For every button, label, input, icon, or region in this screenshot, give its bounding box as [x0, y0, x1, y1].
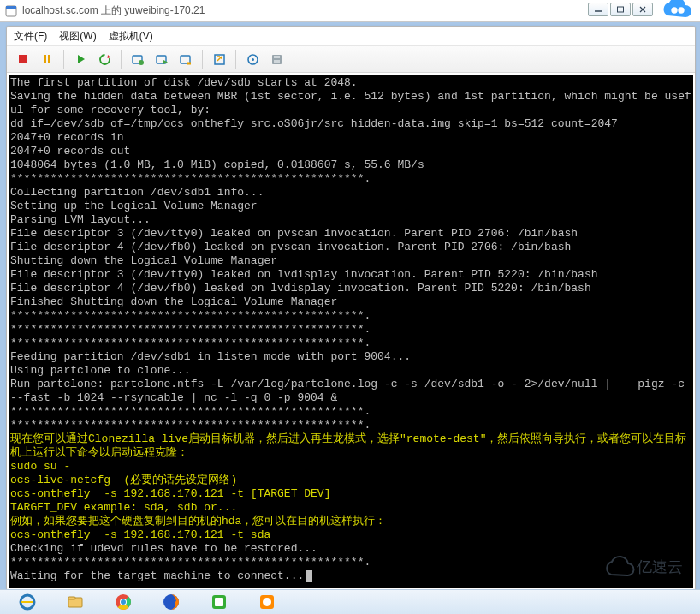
close-button[interactable]	[632, 3, 653, 16]
vm-window: 文件(F) 视图(W) 虚拟机(V) The first partition o…	[6, 26, 696, 591]
terminal-line: Using partclone to clone...	[10, 364, 691, 378]
svg-rect-10	[48, 55, 50, 63]
menubar: 文件(F) 视图(W) 虚拟机(V)	[7, 27, 695, 46]
svg-rect-9	[44, 55, 46, 63]
menu-view[interactable]: 视图(W)	[59, 29, 96, 44]
menu-file[interactable]: 文件(F)	[14, 29, 47, 44]
terminal-line: ****************************************…	[10, 323, 691, 337]
svg-rect-3	[618, 7, 624, 12]
terminal-line: 例如，如果您要把这个硬盘复制到目的机的hda，您可以在目的机这样执行：	[10, 515, 691, 528]
taskbar-app-icon[interactable]	[200, 592, 238, 612]
svg-marker-11	[78, 55, 85, 63]
svg-rect-8	[19, 55, 27, 63]
taskbar-firefox-icon[interactable]	[152, 592, 190, 612]
terminal-line: sudo su -	[10, 460, 691, 474]
terminal-line: dd if=/dev/sdb of=/tmp/ocs_onthefly_src.…	[10, 117, 691, 131]
toolbar-separator	[121, 50, 122, 69]
terminal-line: Saving the hidden data between MBR (1st …	[10, 90, 691, 117]
terminal-line: The first partition of disk /dev/sdb sta…	[10, 76, 691, 90]
terminal-line: Waiting for the target machine to connec…	[10, 569, 691, 583]
snapshot-manage-button[interactable]	[151, 48, 173, 70]
taskbar-explorer-icon[interactable]	[56, 592, 94, 612]
terminal-line: ****************************************…	[10, 556, 691, 569]
stop-button[interactable]	[12, 48, 34, 70]
taskbar-chrome-icon[interactable]	[104, 592, 142, 612]
svg-rect-26	[68, 597, 75, 599]
terminal-line: 2047+0 records in	[10, 131, 691, 145]
terminal-line: Collecting partition /dev/sdb1 info...	[10, 186, 691, 200]
svg-rect-23	[274, 60, 280, 63]
page-icon	[5, 5, 17, 17]
play-button[interactable]	[69, 48, 92, 70]
maximize-button[interactable]	[610, 3, 631, 16]
terminal-line: Parsing LVM layout...	[10, 213, 691, 227]
terminal-line: File descriptor 4 (/dev/fb0) leaked on p…	[10, 241, 691, 254]
terminal-line: ****************************************…	[10, 172, 691, 186]
terminal-line: ****************************************…	[10, 419, 691, 432]
svg-point-7	[678, 7, 684, 13]
refresh-button[interactable]	[93, 48, 116, 70]
svg-point-31	[121, 599, 126, 605]
terminal-line: Finished Shutting down the Logical Volum…	[10, 295, 691, 309]
terminal-line: 1048064 bytes (1.0 MB, 1.0 MiB) copied, …	[10, 158, 691, 172]
svg-marker-12	[107, 55, 110, 58]
terminal-line: Checking if udevd rules have to be resto…	[10, 542, 691, 556]
toolbar-separator	[202, 50, 203, 69]
terminal-line: File descriptor 3 (/dev/tty0) leaked on …	[10, 268, 691, 282]
terminal-line: Feeding partition /dev/sdb1 in listen mo…	[10, 350, 691, 364]
terminal-line: 现在您可以通过Clonezilla live启动目标机器，然后进入再生龙模式，选…	[10, 432, 691, 460]
page-title: localhost.sc.com 上的 yuweibing-170.21	[22, 3, 205, 18]
taskbar	[0, 589, 700, 614]
snapshot-revert-button[interactable]	[175, 48, 197, 70]
svg-point-14	[139, 60, 144, 65]
taskbar-app2-icon[interactable]	[248, 592, 286, 612]
svg-point-20	[252, 58, 254, 61]
terminal-line: ocs-onthefly -s 192.168.170.121 -t sda	[10, 528, 691, 542]
terminal-line: File descriptor 3 (/dev/tty0) leaked on …	[10, 227, 691, 241]
floppy-button[interactable]	[265, 48, 288, 70]
terminal-output[interactable]: The first partition of disk /dev/sdb sta…	[9, 75, 693, 588]
terminal-line: ocs-live-netcfg (必要的话先设定网络)	[10, 474, 691, 487]
terminal-line: ****************************************…	[10, 337, 691, 350]
svg-rect-34	[215, 598, 223, 606]
toolbar	[7, 46, 695, 73]
snapshot-button[interactable]	[127, 48, 149, 70]
cdrom-button[interactable]	[241, 48, 264, 70]
window-controls	[588, 3, 653, 16]
terminal-line: Run partclone: partclone.ntfs -L /var/lo…	[10, 378, 691, 405]
terminal-line: Shutting down the Logical Volume Manager	[10, 254, 691, 268]
terminal-line: ocs-onthefly -s 192.168.170.121 -t [TARG…	[10, 487, 691, 501]
svg-rect-22	[274, 56, 280, 58]
terminal-line: File descriptor 4 (/dev/fb0) leaked on l…	[10, 282, 691, 295]
fullscreen-button[interactable]	[208, 48, 230, 70]
terminal-line: Setting up the Logical Volume Manager	[10, 200, 691, 213]
terminal-line: TARGET_DEV example: sda, sdb or...	[10, 501, 691, 515]
svg-point-6	[671, 7, 677, 13]
terminal-line: ****************************************…	[10, 309, 691, 323]
svg-point-36	[263, 598, 271, 606]
taskbar-ie-icon[interactable]	[9, 592, 46, 612]
cloud-badge-icon	[656, 0, 698, 22]
terminal-line: ****************************************…	[10, 405, 691, 419]
svg-rect-1	[6, 6, 16, 9]
minimize-button[interactable]	[588, 3, 608, 16]
toolbar-separator	[63, 50, 64, 69]
terminal-cursor	[306, 570, 312, 582]
toolbar-separator	[235, 50, 236, 69]
terminal-line: 2047+0 records out	[10, 145, 691, 158]
pause-button[interactable]	[36, 48, 58, 70]
menu-vm[interactable]: 虚拟机(V)	[109, 29, 153, 44]
